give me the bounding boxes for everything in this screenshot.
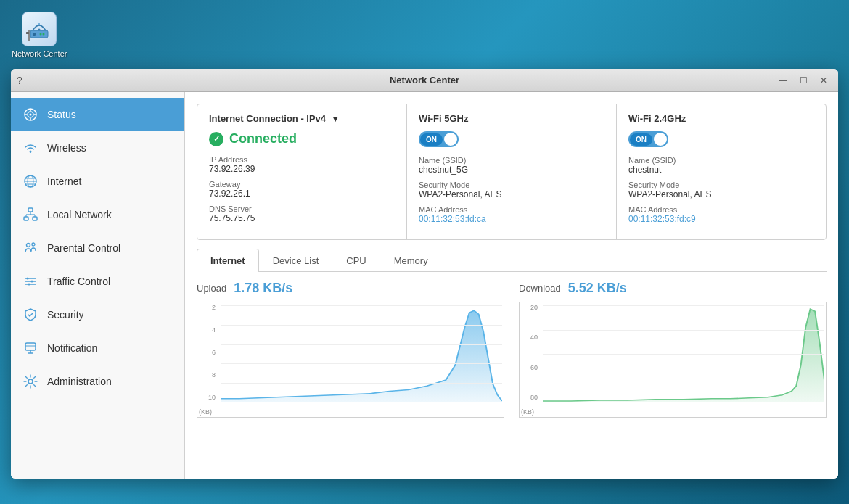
wifi24-panel: Wi-Fi 2.4GHz ON Name (SSID) chestnut xyxy=(616,104,826,239)
download-value: 5.52 KB/s xyxy=(568,281,627,296)
grid-line-4 xyxy=(221,383,502,384)
wifi24-toggle-thumb xyxy=(654,133,667,146)
dns-row: DNS Server 75.75.75.75 xyxy=(209,205,395,223)
wifi5-mac-row: MAC Address 00:11:32:53:fd:ca xyxy=(419,205,604,224)
sidebar-item-traffic-control[interactable]: Traffic Control xyxy=(11,265,184,298)
svg-point-28 xyxy=(32,243,35,246)
svg-point-14 xyxy=(30,151,32,153)
titlebar: ? Network Center — ☐ ✕ xyxy=(11,69,838,92)
wifi24-toggle[interactable]: ON xyxy=(628,131,668,147)
parental-icon xyxy=(22,240,38,256)
wifi24-security-row: Security Mode WPA2-Personal, AES xyxy=(628,181,814,199)
connected-status: Connected xyxy=(209,131,395,146)
charts-area: Upload 1.78 KB/s 10 8 6 4 2 xyxy=(197,281,827,418)
admin-icon xyxy=(22,373,38,389)
ip-address-row: IP Address 73.92.26.39 xyxy=(209,155,395,174)
grid-line-1 xyxy=(221,325,502,326)
svg-rect-6 xyxy=(26,32,29,34)
download-chart-container: Download 5.52 KB/s 80 60 40 20 xyxy=(519,281,827,418)
svg-rect-35 xyxy=(25,343,36,350)
download-label: Download xyxy=(519,283,561,294)
ip-address-value: 73.92.26.39 xyxy=(209,164,395,174)
wifi5-mac-label: MAC Address xyxy=(419,205,604,214)
wifi24-security-value: WPA2-Personal, AES xyxy=(628,189,814,199)
close-button[interactable]: ✕ xyxy=(815,73,832,88)
sidebar-item-status[interactable]: Status xyxy=(11,98,184,131)
dns-value: 75.75.75.75 xyxy=(209,213,395,223)
wifi24-mac-value: 00:11:32:53:fd:c9 xyxy=(628,214,814,224)
sidebar-label-local-network: Local Network xyxy=(47,209,112,220)
download-chart-area xyxy=(543,305,824,402)
sidebar-label-security: Security xyxy=(47,309,84,321)
upload-y-label-10: 10 xyxy=(197,394,218,401)
wifi5-title: Wi-Fi 5GHz xyxy=(419,113,604,124)
desktop-icon-network-center[interactable]: Network Center xyxy=(7,7,71,62)
wifi24-toggle-on-label: ON xyxy=(630,133,652,146)
download-chart-header: Download 5.52 KB/s xyxy=(519,281,827,296)
svg-point-2 xyxy=(40,33,42,36)
download-chart-box: 80 60 40 20 xyxy=(519,302,827,418)
sidebar-item-administration[interactable]: Administration xyxy=(11,365,184,398)
gateway-value: 73.92.26.1 xyxy=(209,189,395,199)
wifi5-toggle-thumb xyxy=(444,133,457,146)
top-section-header: Internet Connection - IPv4 ▼ Connected I… xyxy=(197,104,826,239)
grid-line-2 xyxy=(221,344,502,345)
svg-point-3 xyxy=(43,33,45,36)
help-icon[interactable]: ? xyxy=(17,75,22,86)
grid-line-dl-3 xyxy=(543,379,824,379)
wifi24-ssid-label: Name (SSID) xyxy=(628,156,814,165)
upload-chart-box: 10 8 6 4 2 xyxy=(197,302,504,418)
window-body: Status Wireless xyxy=(11,92,838,479)
network-icon xyxy=(22,207,38,223)
upload-y-label-6: 6 xyxy=(197,349,218,356)
download-y-label-60: 60 xyxy=(520,364,540,371)
wifi5-toggle-on-label: ON xyxy=(420,133,443,146)
maximize-button[interactable]: ☐ xyxy=(795,73,812,88)
wifi5-security-label: Security Mode xyxy=(419,181,604,189)
tab-cpu[interactable]: CPU xyxy=(332,249,380,272)
grid-line-3 xyxy=(221,363,502,364)
wifi5-security-row: Security Mode WPA2-Personal, AES xyxy=(419,181,604,199)
internet-connection-title[interactable]: Internet Connection - IPv4 ▼ xyxy=(209,113,395,124)
sidebar-label-wireless: Wireless xyxy=(47,142,86,154)
gateway-row: Gateway 73.92.26.1 xyxy=(209,180,395,199)
upload-chart-container: Upload 1.78 KB/s 10 8 6 4 2 xyxy=(197,281,504,418)
dropdown-arrow-icon: ▼ xyxy=(332,115,340,123)
desktop: Network Center ? Network Center — ☐ ✕ xyxy=(0,0,849,504)
sidebar-item-parental-control[interactable]: Parental Control xyxy=(11,231,184,265)
wifi24-title: Wi-Fi 2.4GHz xyxy=(628,113,814,124)
sidebar-item-wireless[interactable]: Wireless xyxy=(11,131,184,165)
minimize-button[interactable]: — xyxy=(774,73,792,88)
tab-internet[interactable]: Internet xyxy=(197,249,259,272)
svg-point-9 xyxy=(30,114,32,116)
wifi5-ssid-label: Name (SSID) xyxy=(419,156,604,165)
svg-point-34 xyxy=(28,284,30,286)
download-kb-label: (KB) xyxy=(521,408,534,416)
sidebar-item-notification[interactable]: Notification xyxy=(11,331,184,365)
wifi5-panel: Wi-Fi 5GHz ON Name (SSID) chestnut_5G xyxy=(406,104,616,239)
svg-marker-41 xyxy=(543,309,824,402)
sidebar-item-local-network[interactable]: Local Network xyxy=(11,198,184,231)
grid-line-dl-top xyxy=(543,305,824,306)
sidebar-item-internet[interactable]: Internet xyxy=(11,165,184,198)
sidebar: Status Wireless xyxy=(11,92,185,479)
internet-icon xyxy=(22,173,38,189)
sidebar-label-administration: Administration xyxy=(47,376,112,387)
download-y-labels: 80 60 40 20 xyxy=(520,302,541,402)
wifi5-toggle[interactable]: ON xyxy=(419,131,459,147)
svg-point-32 xyxy=(27,278,29,280)
gateway-label: Gateway xyxy=(209,180,395,189)
svg-point-33 xyxy=(31,281,33,283)
upload-y-label-8: 8 xyxy=(197,371,218,379)
upload-y-label-4: 4 xyxy=(197,326,218,334)
desktop-icon-image xyxy=(22,12,57,46)
upload-y-labels: 10 8 6 4 2 xyxy=(197,302,219,402)
tab-device-list[interactable]: Device List xyxy=(259,249,333,272)
upload-value: 1.78 KB/s xyxy=(234,281,292,296)
sidebar-item-security[interactable]: Security xyxy=(11,298,184,331)
security-icon xyxy=(22,307,38,323)
tab-memory[interactable]: Memory xyxy=(380,249,442,272)
status-icon xyxy=(22,107,38,123)
upload-label: Upload xyxy=(197,283,226,294)
main-window: ? Network Center — ☐ ✕ xyxy=(11,69,838,479)
